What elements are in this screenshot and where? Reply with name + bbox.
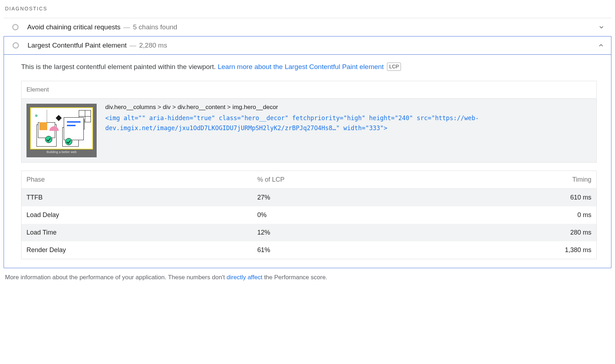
element-selector[interactable]: div.hero__columns > div > div.hero__cont… [105, 104, 591, 111]
element-markup[interactable]: <img alt="" aria-hidden="true" class="he… [105, 113, 591, 134]
audit-chaining-subtitle: 5 chains found [133, 23, 178, 31]
lcp-phase-table: Phase % of LCP Timing TTFB 27% 610 ms Lo… [21, 171, 597, 259]
cell-pct: 0% [252, 206, 426, 224]
table-header-row: Phase % of LCP Timing [21, 171, 597, 188]
cell-timing: 280 ms [426, 224, 596, 241]
thumbnail-image-icon [30, 107, 93, 149]
audit-lcp-details: This is the largest contentful element p… [4, 55, 611, 268]
cell-phase: TTFB [21, 188, 252, 206]
element-panel-header: Element [21, 81, 596, 99]
audit-chaining: Avoid chaining critical requests — 5 cha… [4, 18, 611, 36]
description-text: This is the largest contentful element p… [21, 63, 218, 70]
element-panel-body: Building a better web div.hero__columns … [21, 99, 596, 162]
audit-lcp-subtitle: 2,280 ms [139, 41, 167, 49]
diagnostics-footer: More information about the performance o… [4, 274, 611, 281]
audit-chaining-title: Avoid chaining critical requests [27, 23, 121, 31]
lcp-badge: LCP [387, 63, 401, 71]
table-row: TTFB 27% 610 ms [21, 188, 597, 206]
cell-pct: 12% [252, 224, 426, 241]
cell-timing: 610 ms [426, 188, 596, 206]
audit-lcp-description: This is the largest contentful element p… [21, 62, 597, 72]
cell-phase: Load Delay [21, 206, 252, 224]
cell-phase: Load Time [21, 224, 252, 241]
audit-lcp-title: Largest Contentful Paint element [28, 41, 127, 49]
cell-phase: Render Delay [21, 241, 252, 259]
cell-timing: 1,380 ms [426, 241, 596, 259]
footer-text-suffix: the Performance score. [262, 274, 327, 281]
status-indicator-icon [13, 42, 19, 49]
table-row: Render Delay 61% 1,380 ms [21, 241, 597, 259]
table-row: Load Delay 0% 0 ms [21, 206, 597, 224]
separator: — [130, 41, 136, 49]
status-indicator-icon [12, 24, 19, 30]
table-row: Load Time 12% 280 ms [21, 224, 597, 241]
col-timing: Timing [426, 171, 596, 188]
learn-more-link[interactable]: Learn more about the Largest Contentful … [218, 63, 384, 70]
audit-lcp-toggle[interactable]: Largest Contentful Paint element — 2,280… [4, 36, 611, 55]
footer-text-prefix: More information about the performance o… [5, 274, 227, 281]
chevron-up-icon [597, 42, 605, 49]
footer-link[interactable]: directly affect [227, 274, 262, 281]
col-phase: Phase [21, 171, 252, 188]
chevron-down-icon [598, 24, 605, 31]
audit-chaining-toggle[interactable]: Avoid chaining critical requests — 5 cha… [4, 18, 611, 36]
col-pct: % of LCP [252, 171, 426, 188]
thumbnail-caption: Building a better web [30, 150, 93, 154]
cell-timing: 0 ms [426, 206, 596, 224]
audit-lcp: Largest Contentful Paint element — 2,280… [4, 36, 611, 268]
cell-pct: 27% [252, 188, 426, 206]
lcp-element-panel: Element [21, 81, 597, 163]
diagnostics-heading: DIAGNOSTICS [5, 6, 611, 11]
separator: — [124, 23, 130, 31]
element-thumbnail[interactable]: Building a better web [26, 104, 97, 157]
cell-pct: 61% [252, 241, 426, 259]
